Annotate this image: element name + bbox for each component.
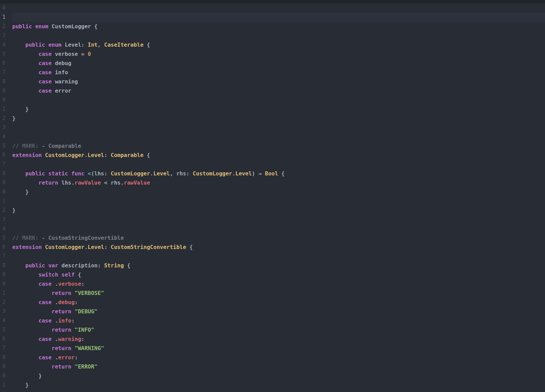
type-name: CustomLogger [52, 23, 91, 30]
punctuation: { [186, 244, 193, 250]
code-line[interactable]: } [12, 105, 545, 114]
code-line[interactable]: case verbose = 0 [12, 49, 545, 59]
punctuation: . [52, 317, 58, 324]
punctuation: : [104, 152, 111, 158]
editor-top-bar [0, 0, 545, 3]
mark-label: - CustomStringConvertible [38, 235, 124, 241]
line-number: 6 [0, 334, 5, 344]
mark-label: - Comparable [38, 143, 81, 149]
enum-case: verbose [58, 281, 81, 287]
code-line[interactable] [12, 31, 545, 40]
code-content[interactable]: public enum CustomLogger { public enum L… [8, 3, 545, 392]
string-literal: "INFO" [71, 327, 94, 333]
keyword: switch [38, 271, 58, 278]
code-line-active[interactable] [12, 13, 545, 22]
line-number: 8 [0, 77, 5, 86]
line-number: 1 [0, 13, 5, 22]
punctuation: } [12, 115, 16, 122]
code-line[interactable]: switch self { [12, 270, 545, 279]
code-line[interactable]: case .warning: [12, 334, 545, 344]
punctuation: : [104, 170, 111, 177]
keyword: public [12, 23, 32, 30]
code-line[interactable]: case .verbose: [12, 279, 545, 288]
line-number: 6 [0, 242, 5, 252]
code-line[interactable]: public var description: String { [12, 261, 545, 270]
line-number: 5 [0, 325, 5, 334]
line-number: 0 [0, 95, 5, 105]
code-line[interactable]: return "VERBOSE" [12, 288, 545, 298]
punctuation: } [26, 382, 29, 388]
code-line[interactable] [12, 390, 545, 392]
mark-comment: MARK: [22, 235, 38, 241]
keyword: enum [35, 23, 48, 30]
code-line[interactable]: extension CustomLogger.Level: Comparable… [12, 151, 545, 160]
code-line[interactable]: return "DEBUG" [12, 307, 545, 316]
code-line[interactable]: case error [12, 86, 545, 95]
line-number: 1 [0, 288, 5, 298]
code-line[interactable] [12, 224, 545, 233]
code-line[interactable]: } [12, 206, 545, 215]
punctuation: . [52, 299, 58, 305]
code-line[interactable]: } [12, 187, 545, 197]
code-line[interactable]: return "WARNING" [12, 344, 545, 353]
code-line[interactable]: } [12, 380, 545, 390]
code-line[interactable] [12, 215, 545, 224]
punctuation: : [71, 317, 75, 324]
line-number: 0 [0, 279, 5, 288]
line-number: 4 [0, 40, 5, 49]
keyword: case [38, 336, 52, 342]
keyword: case [38, 78, 52, 85]
code-line[interactable] [12, 95, 545, 105]
type-name: Int [88, 42, 98, 48]
punctuation: : [75, 354, 78, 361]
punctuation: : [81, 336, 84, 342]
code-line[interactable]: return "ERROR" [12, 362, 545, 371]
code-editor[interactable]: 0 1 2 3 4 5 6 7 8 9 0 1 2 3 4 5 6 7 8 9 … [0, 3, 545, 392]
keyword: var [48, 262, 58, 269]
punctuation: . [150, 170, 154, 177]
code-line[interactable] [12, 123, 545, 132]
code-line[interactable] [12, 160, 545, 169]
code-line[interactable] [12, 197, 545, 206]
type-name: Level [65, 42, 81, 48]
keyword: return [38, 179, 58, 186]
enum-case: info [58, 317, 72, 324]
line-number: 0 [0, 3, 5, 13]
code-line[interactable]: case warning [12, 77, 545, 86]
property-name: description [58, 262, 98, 269]
code-line[interactable]: extension CustomLogger.Level: CustomStri… [12, 242, 545, 252]
code-line[interactable]: case .info: [12, 316, 545, 325]
punctuation: : [75, 299, 78, 305]
keyword: case [38, 60, 52, 66]
line-number: 7 [0, 68, 5, 77]
enum-case: verbose [52, 51, 81, 57]
code-line[interactable]: case debug [12, 59, 545, 68]
enum-case: error [52, 88, 72, 94]
keyword: func [71, 170, 84, 177]
code-line[interactable]: case .debug: [12, 298, 545, 307]
code-line[interactable]: // MARK: - CustomStringConvertible [12, 233, 545, 242]
code-line[interactable]: case info [12, 68, 545, 77]
code-line[interactable]: } [12, 371, 545, 380]
code-line[interactable] [12, 3, 545, 13]
code-line[interactable]: public static func <(lhs: CustomLogger.L… [12, 169, 545, 178]
protocol-name: Comparable [111, 152, 143, 158]
code-line[interactable]: case .error: [12, 353, 545, 362]
string-literal: "ERROR" [71, 363, 97, 370]
code-line[interactable]: // MARK: - Comparable [12, 141, 545, 151]
code-line[interactable] [12, 132, 545, 141]
punctuation: . [52, 336, 58, 342]
code-line[interactable]: } [12, 114, 545, 123]
code-line[interactable]: public enum Level: Int, CaseIterable { [12, 40, 545, 49]
keyword: extension [12, 244, 42, 250]
code-line[interactable]: return lhs.rawValue < rhs.rawValue [12, 178, 545, 187]
enum-case: info [52, 69, 68, 76]
code-line[interactable]: public enum CustomLogger { [12, 22, 545, 31]
line-number: 1 [0, 197, 5, 206]
code-line[interactable] [12, 252, 545, 261]
type-name: Level [153, 170, 170, 177]
keyword: case [38, 88, 52, 94]
code-line[interactable]: return "INFO" [12, 325, 545, 334]
line-number: 7 [0, 160, 5, 169]
keyword: case [38, 354, 52, 361]
